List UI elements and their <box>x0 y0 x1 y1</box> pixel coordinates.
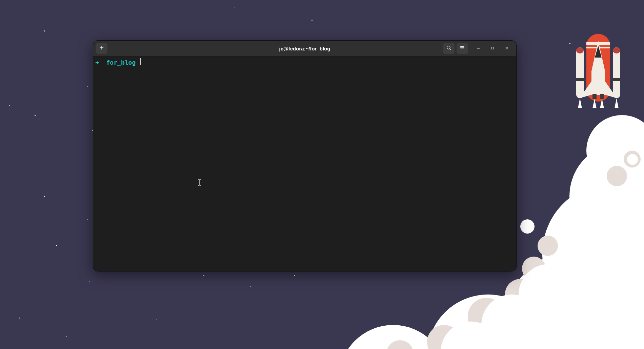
star <box>234 7 235 7</box>
smoke-puff <box>624 196 636 208</box>
star <box>44 196 45 197</box>
star <box>9 105 10 106</box>
smoke-puff <box>520 219 535 234</box>
star <box>56 245 57 246</box>
prompt-directory: for_blog <box>106 59 136 66</box>
star <box>66 336 67 337</box>
smoke-puff <box>607 166 627 186</box>
close-icon <box>505 45 509 51</box>
smoke-puff <box>580 190 624 234</box>
svg-rect-2 <box>576 78 584 81</box>
titlebar[interactable]: jc@fedora:~/for_blog <box>93 41 516 57</box>
text-cursor <box>140 58 141 65</box>
svg-rect-5 <box>613 78 620 81</box>
search-icon <box>446 45 451 52</box>
star <box>35 115 36 116</box>
maximize-button[interactable] <box>488 44 497 53</box>
terminal-body[interactable]: ➜ for_blog <box>93 57 516 271</box>
plus-icon <box>99 45 104 52</box>
prompt-line: ➜ for_blog <box>95 58 514 66</box>
minimize-icon <box>476 45 480 51</box>
star <box>87 86 88 87</box>
maximize-icon <box>490 45 495 51</box>
svg-rect-9 <box>592 94 597 99</box>
star <box>569 43 570 44</box>
search-button[interactable] <box>443 43 455 54</box>
star <box>250 286 251 287</box>
svg-rect-0 <box>576 47 584 98</box>
star <box>311 20 313 21</box>
star <box>89 281 89 282</box>
star <box>7 261 7 261</box>
hamburger-icon <box>460 45 465 52</box>
star <box>30 20 31 20</box>
shuttle-illustration <box>573 27 624 108</box>
svg-rect-10 <box>600 94 604 99</box>
close-button[interactable] <box>502 44 511 53</box>
star <box>203 275 204 276</box>
star <box>294 275 295 276</box>
window-controls <box>470 44 514 53</box>
star <box>87 219 88 220</box>
svg-rect-1 <box>576 47 584 53</box>
minimize-button[interactable] <box>474 44 483 53</box>
terminal-window: jc@fedora:~/for_blog <box>93 41 516 271</box>
svg-rect-12 <box>491 47 494 49</box>
ibeam-cursor-icon <box>198 179 201 188</box>
smoke-puff <box>538 236 558 256</box>
star <box>44 30 45 31</box>
svg-rect-3 <box>613 47 620 98</box>
star <box>19 318 20 319</box>
new-tab-button[interactable] <box>96 43 107 54</box>
star <box>156 320 157 320</box>
smoke-puff <box>627 154 638 165</box>
svg-rect-4 <box>613 47 620 53</box>
menu-button[interactable] <box>457 43 468 54</box>
prompt-arrow: ➜ <box>95 59 99 66</box>
